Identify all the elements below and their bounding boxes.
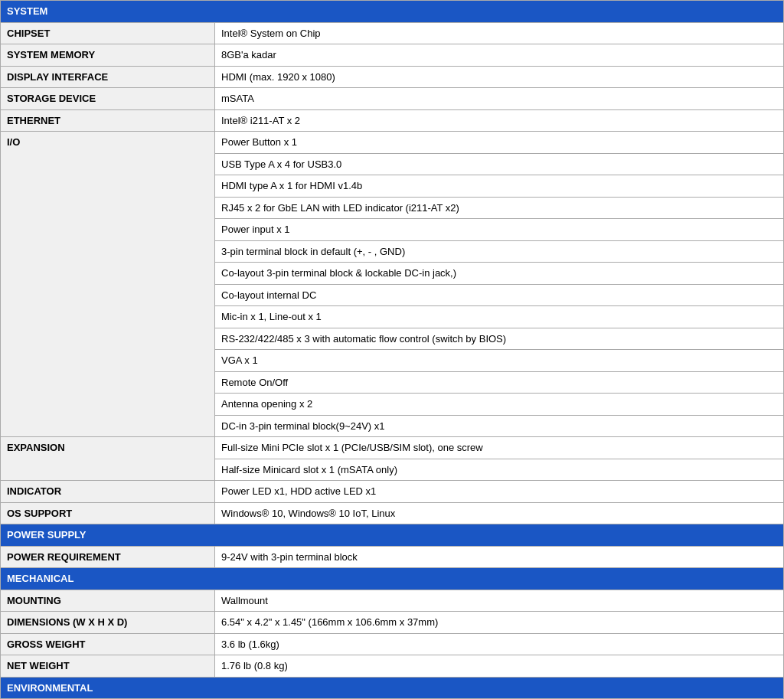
row-value: Intel® i211-AT x 2 [215,109,784,132]
row-value: Power LED x1, HDD active LED x1 [215,481,784,503]
row-label: POWER REQUIREMENT [1,546,215,568]
row-label: GROSS WEIGHT [1,633,215,655]
row-label: CHIPSET [1,22,215,44]
section-header-row: POWER SUPPLY [1,524,784,547]
row-label: NET WEIGHT [1,655,215,678]
table-row: CHIPSETIntel® System on Chip [1,22,784,44]
row-value: Co-layout 3-pin terminal block & lockabl… [215,263,784,285]
row-value: mSATA [215,88,784,110]
row-value: 8GB'a kadar [215,44,784,67]
section-header-label: MECHANICAL [1,568,784,590]
row-label: I/O [1,132,215,437]
row-value: Co-layout internal DC [215,284,784,306]
row-label: DIMENSIONS (W X H X D) [1,612,215,634]
row-label: OS SUPPORT [1,502,215,524]
row-value: Antenna opening x 2 [215,394,784,416]
row-value: Full-size Mini PCIe slot x 1 (PCIe/USB/S… [215,437,784,459]
table-row: NET WEIGHT1.76 lb (0.8 kg) [1,655,784,678]
row-value: Power Button x 1 [215,132,784,154]
table-row: POWER REQUIREMENT9-24V with 3-pin termin… [1,546,784,568]
table-row: OS SUPPORTWindows® 10, Windows® 10 IoT, … [1,502,784,524]
table-row: STORAGE DEVICEmSATA [1,88,784,110]
row-value: Half-size Minicard slot x 1 (mSATA only) [215,459,784,481]
row-value: Mic-in x 1, Line-out x 1 [215,306,784,328]
table-row: DIMENSIONS (W X H X D)6.54" x 4.2" x 1.4… [1,612,784,634]
table-row: ETHERNETIntel® i211-AT x 2 [1,109,784,132]
section-header-label: SYSTEM [1,1,784,23]
row-value: Intel® System on Chip [215,22,784,44]
row-value: RJ45 x 2 for GbE LAN with LED indicator … [215,197,784,219]
row-label: DISPLAY INTERFACE [1,66,215,88]
row-value: HDMI type A x 1 for HDMI v1.4b [215,175,784,198]
row-value: RS-232/422/485 x 3 with automatic flow c… [215,328,784,350]
section-header-label: ENVIRONMENTAL [1,677,784,699]
row-value: 6.54" x 4.2" x 1.45" (166mm x 106.6mm x … [215,612,784,634]
section-header-row: SYSTEM [1,1,784,23]
section-header-label: POWER SUPPLY [1,524,784,547]
row-value: Windows® 10, Windows® 10 IoT, Linux [215,502,784,524]
table-row: GROSS WEIGHT3.6 lb (1.6kg) [1,633,784,655]
table-row: EXPANSIONFull-size Mini PCIe slot x 1 (P… [1,437,784,459]
row-value: VGA x 1 [215,350,784,372]
row-value: 3.6 lb (1.6kg) [215,633,784,655]
row-label: INDICATOR [1,481,215,503]
row-value: HDMI (max. 1920 x 1080) [215,66,784,88]
row-label: EXPANSION [1,437,215,481]
row-value: Wallmount [215,590,784,612]
row-value: DC-in 3-pin terminal block(9~24V) x1 [215,415,784,437]
table-row: SYSTEM MEMORY8GB'a kadar [1,44,784,67]
row-value: 3-pin terminal block in default (+, - , … [215,240,784,263]
row-value: Remote On/Off [215,371,784,394]
section-header-row: ENVIRONMENTAL [1,677,784,699]
table-row: I/OPower Button x 1 [1,132,784,154]
row-value: Power input x 1 [215,219,784,241]
table-row: DISPLAY INTERFACEHDMI (max. 1920 x 1080) [1,66,784,88]
spec-table: SYSTEMCHIPSETIntel® System on ChipSYSTEM… [0,0,784,699]
row-label: MOUNTING [1,590,215,612]
table-row: INDICATORPower LED x1, HDD active LED x1 [1,481,784,503]
row-label: SYSTEM MEMORY [1,44,215,67]
row-label: ETHERNET [1,109,215,132]
row-label: STORAGE DEVICE [1,88,215,110]
row-value: 9-24V with 3-pin terminal block [215,546,784,568]
section-header-row: MECHANICAL [1,568,784,590]
row-value: 1.76 lb (0.8 kg) [215,655,784,678]
row-value: USB Type A x 4 for USB3.0 [215,153,784,175]
table-row: MOUNTINGWallmount [1,590,784,612]
